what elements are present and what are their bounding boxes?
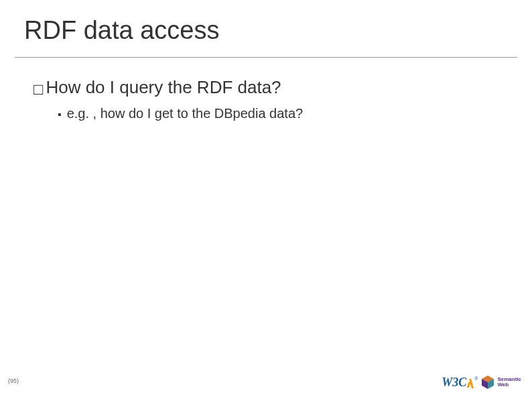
main-bullet-text: How do I query the RDF data? bbox=[46, 76, 281, 99]
main-bullet: □ How do I query the RDF data? bbox=[34, 76, 532, 99]
square-bullet-icon: □ bbox=[34, 82, 43, 99]
sub-bullet-text: e.g. , how do I get to the DBpedia data? bbox=[67, 106, 303, 121]
page-number: (95) bbox=[8, 378, 19, 384]
filled-square-bullet-icon: ▪ bbox=[58, 109, 62, 121]
w3c-logo-icon: W3C ® bbox=[442, 376, 478, 388]
slide: RDF data access □ How do I query the RDF… bbox=[0, 0, 532, 399]
semweb-text-line2: Web bbox=[497, 382, 521, 388]
semweb-cube-icon bbox=[480, 375, 495, 390]
semweb-logo-text: Semantic Web bbox=[497, 377, 521, 388]
slide-content: □ How do I query the RDF data? ▪ e.g. , … bbox=[0, 58, 532, 121]
sub-bullet: ▪ e.g. , how do I get to the DBpedia dat… bbox=[34, 99, 532, 121]
semantic-web-logo-icon: Semantic Web bbox=[480, 375, 521, 390]
w3c-check-icon bbox=[467, 379, 474, 388]
slide-title: RDF data access bbox=[0, 0, 532, 45]
footer-logos: W3C ® Semantic Web bbox=[442, 375, 521, 390]
registered-mark: ® bbox=[474, 376, 478, 381]
w3c-logo-text: W3C bbox=[442, 376, 466, 388]
